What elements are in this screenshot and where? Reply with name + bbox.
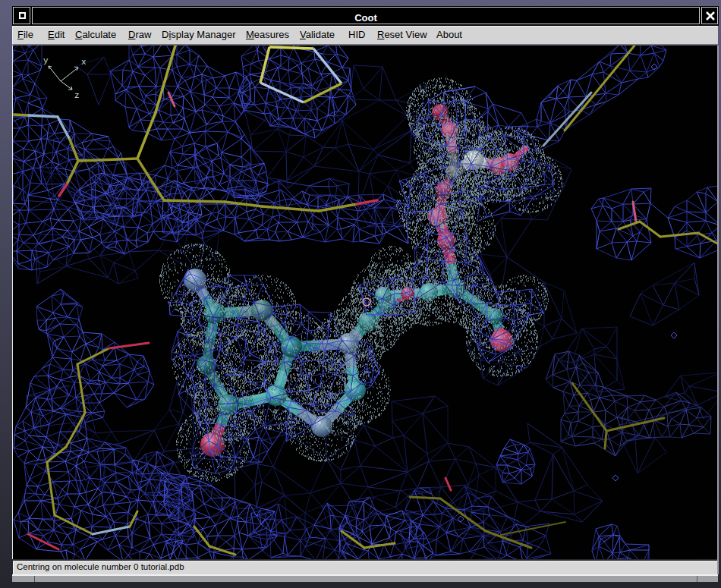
svg-text:z: z: [74, 91, 80, 100]
svg-text:y: y: [43, 56, 49, 65]
svg-text:x: x: [81, 58, 87, 67]
